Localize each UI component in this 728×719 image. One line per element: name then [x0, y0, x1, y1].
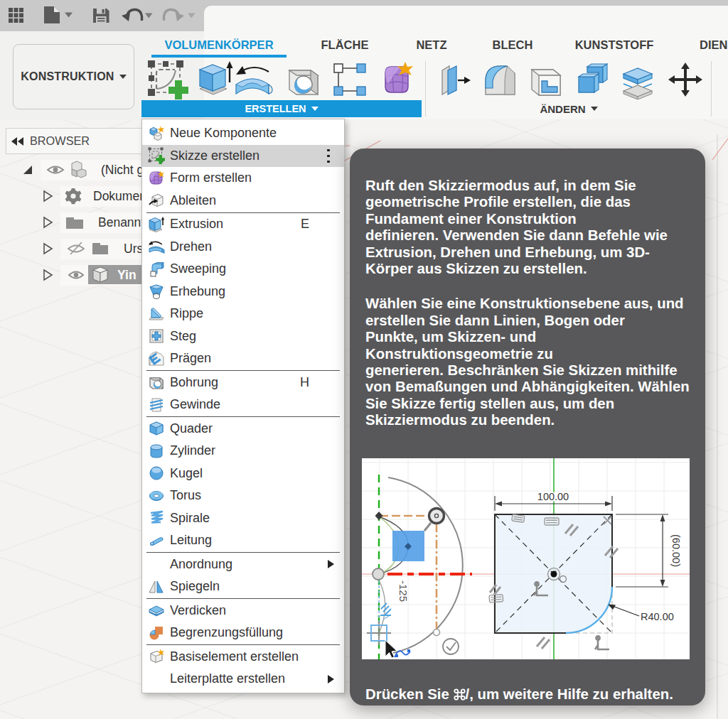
svg-text:(Nicht gesp: (Nicht gesp	[101, 163, 141, 177]
svg-text:100.00: 100.00	[537, 491, 569, 502]
svg-text:(60.00): (60.00)	[670, 534, 682, 567]
svg-text:Dokumentei: Dokumentei	[93, 189, 141, 203]
svg-text:-125: -125	[397, 580, 410, 602]
svg-text:R40.00: R40.00	[641, 611, 674, 622]
svg-text:Benannte A: Benannte A	[98, 215, 141, 229]
svg-text:Urspr: Urspr	[124, 242, 141, 256]
svg-text:Yin: Yin	[117, 268, 136, 282]
